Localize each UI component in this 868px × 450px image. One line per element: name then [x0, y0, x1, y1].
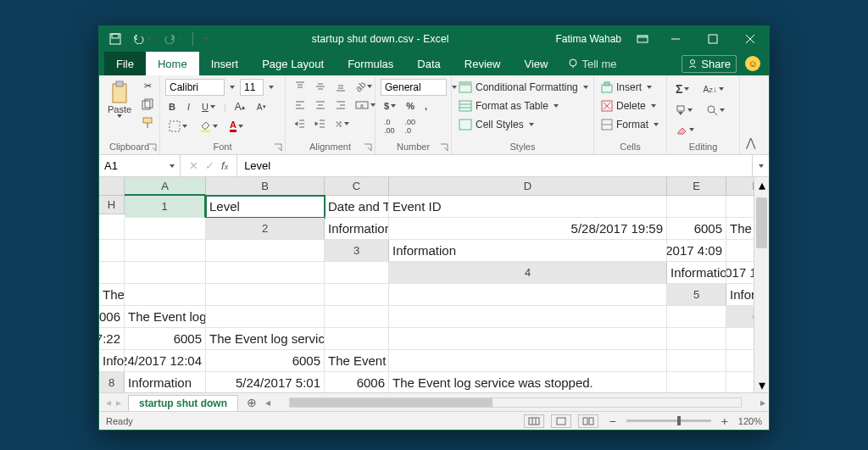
- align-top-button[interactable]: [291, 79, 309, 94]
- autosum-button[interactable]: Σ: [672, 81, 693, 97]
- row-header[interactable]: 1: [125, 196, 206, 218]
- number-launcher-icon[interactable]: [440, 143, 448, 152]
- spreadsheet-grid[interactable]: ABCDEFGH1LevelDate and TimeEvent ID2Info…: [99, 177, 769, 392]
- cell[interactable]: [667, 350, 726, 372]
- cell[interactable]: [99, 218, 125, 240]
- tell-me[interactable]: Tell me: [559, 52, 625, 75]
- italic-button[interactable]: I: [184, 100, 193, 114]
- save-button[interactable]: [106, 31, 125, 47]
- zoom-level[interactable]: 120%: [738, 416, 762, 426]
- align-middle-button[interactable]: [311, 79, 330, 94]
- ribbon-display-options[interactable]: [632, 31, 654, 47]
- feedback-smiley-icon[interactable]: ☺: [745, 56, 760, 71]
- tab-home[interactable]: Home: [146, 52, 199, 75]
- font-size-input[interactable]: [240, 79, 264, 96]
- row-header[interactable]: 8: [99, 372, 125, 392]
- insert-cells-button[interactable]: Insert: [599, 81, 654, 94]
- cell[interactable]: [389, 284, 667, 306]
- fill-color-button[interactable]: [196, 119, 221, 134]
- format-cells-button[interactable]: Format: [599, 118, 660, 131]
- collapse-ribbon-button[interactable]: ⋀: [740, 75, 760, 154]
- enter-formula-icon[interactable]: ✓: [205, 159, 214, 172]
- paste-button[interactable]: Paste: [104, 79, 135, 119]
- cell[interactable]: [206, 262, 325, 284]
- cancel-formula-icon[interactable]: ✕: [189, 159, 198, 172]
- zoom-in-button[interactable]: +: [718, 414, 732, 428]
- cell[interactable]: [125, 240, 206, 262]
- comma-button[interactable]: ,: [421, 99, 431, 113]
- cell[interactable]: [389, 306, 667, 328]
- next-sheet-icon[interactable]: ▸: [116, 397, 121, 408]
- increase-indent-button[interactable]: [311, 116, 330, 131]
- cell[interactable]: [325, 284, 389, 306]
- zoom-slider[interactable]: [626, 419, 711, 422]
- cell[interactable]: Information: [325, 218, 389, 240]
- cell[interactable]: [667, 196, 726, 218]
- row-header[interactable]: 5: [667, 284, 726, 306]
- scroll-up-icon[interactable]: ▴: [754, 177, 769, 192]
- cell[interactable]: [206, 306, 325, 328]
- hscroll-right-icon[interactable]: ▸: [760, 397, 765, 408]
- cell[interactable]: 5/24/2017 12:04: [125, 350, 206, 372]
- cell[interactable]: Event ID: [389, 196, 667, 218]
- cell[interactable]: [206, 284, 325, 306]
- horizontal-scrollbar[interactable]: [289, 397, 742, 408]
- tab-view[interactable]: View: [512, 52, 559, 75]
- cell[interactable]: The Event log service was started.: [99, 284, 125, 306]
- cell[interactable]: [325, 328, 389, 350]
- cell[interactable]: 6006: [99, 306, 125, 328]
- cell[interactable]: [325, 306, 389, 328]
- qat-customize[interactable]: [200, 36, 212, 42]
- row-header[interactable]: 2: [206, 218, 325, 240]
- expand-formula-bar-button[interactable]: [752, 155, 769, 176]
- column-header[interactable]: E: [667, 177, 726, 196]
- font-name-input[interactable]: [165, 79, 225, 96]
- cell[interactable]: [125, 262, 206, 284]
- cell[interactable]: 6005: [125, 328, 206, 350]
- cell[interactable]: 5/28/2017 19:59: [389, 218, 667, 240]
- format-as-table-button[interactable]: Format as Table: [457, 99, 560, 113]
- cell[interactable]: [125, 284, 206, 306]
- cell[interactable]: The Event log service was started.: [206, 328, 325, 350]
- increase-font-button[interactable]: A▴: [231, 99, 248, 114]
- cell[interactable]: 6006: [325, 372, 389, 392]
- column-header[interactable]: B: [206, 177, 325, 196]
- tab-file[interactable]: File: [104, 52, 146, 75]
- cell[interactable]: [206, 240, 325, 262]
- cell[interactable]: [99, 262, 125, 284]
- zoom-out-button[interactable]: −: [605, 414, 619, 428]
- tab-page-layout[interactable]: Page Layout: [250, 52, 336, 75]
- orientation-extra-button[interactable]: ⤭: [331, 117, 353, 131]
- percent-button[interactable]: %: [403, 99, 418, 113]
- accounting-format-button[interactable]: $: [381, 99, 399, 113]
- cell[interactable]: [667, 328, 726, 350]
- cell[interactable]: 6005: [206, 350, 325, 372]
- clipboard-launcher-icon[interactable]: [148, 143, 157, 152]
- cell[interactable]: [325, 262, 389, 284]
- conditional-formatting-button[interactable]: Conditional Formatting: [457, 81, 590, 94]
- share-button[interactable]: Share: [682, 55, 737, 73]
- prev-sheet-icon[interactable]: ◂: [106, 397, 111, 408]
- redo-button[interactable]: [160, 32, 186, 46]
- hscroll-left-icon[interactable]: ◂: [265, 397, 270, 408]
- user-name[interactable]: Fatima Wahab: [548, 33, 628, 45]
- cell[interactable]: 5/25/2017 17:22: [99, 328, 125, 350]
- page-layout-view-button[interactable]: [551, 414, 571, 428]
- align-right-button[interactable]: [331, 97, 350, 113]
- cell[interactable]: Information: [389, 240, 667, 262]
- close-button[interactable]: [732, 26, 769, 52]
- select-all-corner[interactable]: [99, 177, 125, 196]
- font-launcher-icon[interactable]: [274, 143, 282, 152]
- maximize-button[interactable]: [694, 26, 732, 52]
- column-header[interactable]: C: [325, 177, 389, 196]
- cell[interactable]: The Event log service was stopped.: [125, 306, 206, 328]
- cell[interactable]: Level: [206, 196, 325, 218]
- underline-button[interactable]: U: [198, 100, 219, 114]
- font-name-dropdown[interactable]: [226, 84, 238, 91]
- scroll-down-icon[interactable]: ▾: [754, 377, 769, 392]
- row-header[interactable]: 3: [325, 240, 389, 262]
- row-header[interactable]: 4: [389, 262, 667, 284]
- cell[interactable]: [667, 372, 726, 392]
- tab-review[interactable]: Review: [453, 52, 513, 75]
- find-select-button[interactable]: [703, 103, 728, 118]
